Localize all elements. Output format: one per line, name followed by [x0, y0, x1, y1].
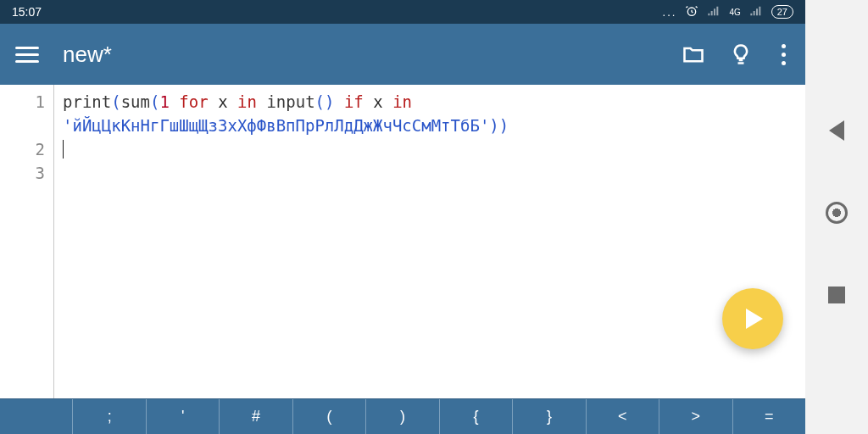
file-title: new*: [63, 42, 658, 68]
sym-key-semicolon[interactable]: ;: [72, 399, 145, 434]
signal-icon: [707, 4, 721, 20]
token-keyword: in: [392, 92, 412, 111]
nav-home-button[interactable]: [825, 201, 849, 225]
symbol-bar: ; ' # ( ) { } < > =: [0, 398, 805, 434]
code-area[interactable]: print(sum(1 for x in input() if x in 'йЙ…: [54, 85, 805, 398]
overflow-icon[interactable]: [776, 44, 790, 65]
token-paren: (: [111, 92, 120, 111]
line-wrap-spacer: [0, 114, 45, 137]
token-call: print: [63, 92, 111, 111]
app-bar: new*: [0, 24, 805, 85]
sym-key-eq[interactable]: =: [732, 399, 805, 434]
android-nav-bar: [805, 0, 868, 434]
line-number: 3: [0, 161, 45, 185]
recent-icon: [828, 287, 845, 303]
folder-icon[interactable]: [682, 42, 705, 66]
status-right: ... 4G 27: [663, 4, 793, 20]
token-ident: x: [218, 92, 227, 111]
status-bar: 15:07 ... 4G 27: [0, 0, 805, 24]
line-number: 1: [0, 90, 45, 114]
run-button[interactable]: [722, 288, 783, 349]
back-icon: [829, 120, 844, 141]
token-paren: )): [489, 116, 509, 135]
token-keyword: in: [237, 92, 257, 111]
sym-key-rparen[interactable]: ): [365, 399, 438, 434]
nav-back-button[interactable]: [825, 119, 849, 142]
token-ident: x: [373, 92, 382, 111]
battery-indicator: 27: [771, 5, 793, 19]
nav-recent-button[interactable]: [825, 283, 849, 307]
token-keyword: for: [179, 92, 208, 111]
network-4g-icon: 4G: [729, 8, 740, 17]
text-cursor: [63, 140, 64, 159]
sym-key-lbrace[interactable]: {: [439, 399, 512, 434]
sym-key-hash[interactable]: #: [219, 399, 292, 434]
status-time: 15:07: [12, 5, 42, 19]
lightbulb-icon[interactable]: [729, 42, 753, 66]
sym-key-lt[interactable]: <: [586, 399, 659, 434]
line-gutter: 1 2 3: [0, 85, 54, 398]
sym-key-gt[interactable]: >: [659, 399, 732, 434]
token-paren: (): [315, 92, 335, 111]
token-keyword: if: [344, 92, 364, 111]
menu-icon[interactable]: [15, 47, 39, 63]
sym-key-rbrace[interactable]: }: [512, 399, 585, 434]
token-call: sum: [121, 92, 150, 111]
token-string: 'йЙцЦкКнНгГшШщЩзЗхХфФвВпПрРлЛдДжЖчЧсСмМт…: [63, 116, 489, 135]
token-call: input: [266, 92, 314, 111]
play-icon: [746, 309, 763, 329]
token-number: 1: [159, 92, 169, 111]
line-number: 2: [0, 137, 45, 161]
token-paren: (: [150, 92, 159, 111]
status-more-icon: ...: [663, 6, 677, 19]
signal2-icon: [749, 4, 763, 20]
sym-key[interactable]: [0, 399, 72, 434]
sym-key-lparen[interactable]: (: [292, 399, 365, 434]
home-icon: [826, 202, 848, 224]
alarm-icon: [685, 4, 698, 20]
code-editor[interactable]: 1 2 3 print(sum(1 for x in input() if x …: [0, 85, 805, 398]
sym-key-quote[interactable]: ': [146, 399, 219, 434]
